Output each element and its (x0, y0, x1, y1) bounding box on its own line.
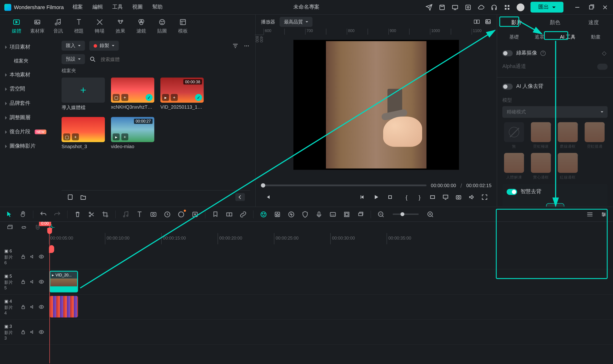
subtab-basic[interactable]: 基礎 (506, 32, 522, 41)
text-tool-icon[interactable] (136, 210, 144, 218)
save-icon[interactable] (439, 4, 446, 11)
import-dropdown[interactable]: 匯入 (62, 41, 85, 51)
prev-frame-icon[interactable] (264, 194, 271, 201)
image-icon[interactable] (485, 18, 492, 25)
sidebar-item-project[interactable]: 項目素材 (0, 40, 56, 54)
cloud-icon[interactable] (478, 4, 485, 11)
sidebar-item-compound[interactable]: 復合片段NEW (0, 125, 56, 139)
subtab-mask[interactable]: 遮罩 (531, 32, 548, 41)
tab-stock[interactable]: 素材庫 (27, 18, 48, 34)
cut-icon[interactable] (88, 210, 95, 218)
zoom-out-icon[interactable] (377, 210, 385, 218)
timeline-clip[interactable]: ▸VID_20... (49, 271, 78, 292)
sidebar-item-cloud[interactable]: 雲空間 (0, 82, 56, 96)
smart-cutout-toggle[interactable] (507, 189, 517, 195)
device-icon[interactable] (452, 4, 459, 11)
redo-icon[interactable] (53, 210, 61, 218)
send-icon[interactable] (426, 4, 432, 11)
export-button[interactable]: 匯出 (530, 2, 563, 13)
media-item[interactable]: 00:00:27▸+ video-miao (111, 117, 154, 149)
settings-icon[interactable] (600, 210, 608, 218)
zoom-in-icon[interactable] (426, 210, 434, 218)
ai-enhance-icon[interactable] (273, 210, 281, 218)
add-icon[interactable]: + (121, 94, 128, 101)
close-icon[interactable] (601, 4, 608, 11)
link-tool-icon[interactable] (239, 210, 247, 218)
start-cutout-button[interactable] (546, 203, 564, 207)
timeline-clip[interactable] (49, 296, 78, 318)
grid-icon[interactable] (504, 4, 510, 11)
tab-audio[interactable]: 音訊 (48, 18, 68, 34)
menu-file[interactable]: 檔案 (73, 3, 83, 11)
volume-icon[interactable] (468, 194, 475, 201)
ai-portrait-toggle[interactable] (502, 83, 513, 89)
media-search-input[interactable] (101, 56, 250, 62)
step-back-icon[interactable] (359, 194, 366, 201)
pointer-tool[interactable] (5, 210, 13, 218)
mute-icon[interactable] (29, 279, 35, 285)
menu-help[interactable]: 幫助 (152, 3, 163, 11)
ai-face-icon[interactable] (260, 210, 267, 218)
preset-dropdown[interactable]: 預設 (62, 54, 85, 64)
media-item[interactable]: ▢+✓ xcNKHQ3nxvhzTpWJ... (111, 78, 154, 111)
eye-icon[interactable] (39, 329, 44, 335)
stop-icon[interactable] (387, 194, 394, 201)
compare-icon[interactable] (473, 18, 480, 25)
mute-icon[interactable] (29, 329, 35, 335)
tab-stickers[interactable]: 貼圖 (152, 18, 173, 34)
play-icon[interactable] (373, 194, 380, 201)
more-icon[interactable] (243, 42, 250, 49)
mic-icon[interactable] (315, 210, 323, 218)
hand-tool[interactable] (19, 210, 27, 218)
import-media-tile[interactable]: + 導入媒體檔 (62, 78, 105, 111)
menu-tools[interactable]: 工具 (112, 3, 123, 11)
add-icon[interactable]: + (171, 94, 178, 101)
frame-icon[interactable] (343, 210, 351, 218)
display-icon[interactable] (442, 194, 449, 201)
marker-tool-icon[interactable] (212, 210, 219, 218)
keyframe-icon[interactable]: ◇ (601, 50, 608, 56)
ratio-icon[interactable] (429, 194, 436, 201)
lock-icon[interactable] (20, 304, 26, 310)
green-screen-toggle[interactable] (502, 50, 513, 56)
scrub-bar[interactable] (261, 184, 427, 186)
info-icon[interactable]: ? (540, 51, 546, 56)
tab-media[interactable]: 媒體 (6, 18, 27, 34)
mute-icon[interactable] (29, 304, 35, 310)
collapse-icon[interactable] (235, 193, 245, 201)
crop-icon[interactable] (102, 210, 109, 218)
brace-left-icon[interactable]: { (403, 194, 410, 201)
headphone-icon[interactable] (491, 4, 498, 11)
snapshot-icon[interactable] (455, 194, 462, 201)
zoom-knob[interactable] (400, 212, 404, 216)
quality-dropdown[interactable]: 最高品質 (280, 17, 312, 27)
eye-icon[interactable] (39, 279, 44, 285)
tab-templates[interactable]: 模板 (173, 18, 193, 34)
list-view-icon[interactable] (586, 210, 594, 218)
tab-speed[interactable]: 速度 (584, 17, 603, 28)
group-tool-icon[interactable] (225, 210, 233, 218)
tab-titles[interactable]: 標題 (68, 18, 89, 34)
media-item[interactable]: 00:00:38▸+✓ VID_20250113_1624... (160, 78, 204, 111)
undo-icon[interactable] (40, 210, 47, 218)
music-tool-icon[interactable] (122, 210, 130, 218)
delete-icon[interactable] (74, 210, 82, 218)
file-icon[interactable] (67, 193, 74, 200)
sidebar-item-local[interactable]: 本地素材 (0, 67, 56, 82)
tab-filters[interactable]: 濾鏡 (131, 18, 152, 34)
tab-video[interactable]: 影片 (507, 17, 526, 28)
speed-tool-icon[interactable] (163, 210, 171, 218)
subtitle-icon[interactable] (329, 210, 337, 218)
tab-effects[interactable]: 效果 (110, 18, 131, 34)
folder-icon[interactable] (80, 193, 87, 200)
timeline-ruler[interactable]: 00:00:05:00 00:00:10:00 00:00:15:00 00:0… (0, 233, 613, 244)
tab-transitions[interactable]: 轉場 (89, 18, 110, 34)
add-icon[interactable]: + (121, 133, 128, 140)
filter-icon[interactable] (232, 42, 239, 49)
sidebar-item-img2vid[interactable]: 圖像轉影片 (0, 139, 56, 153)
scrub-knob[interactable] (261, 183, 265, 188)
user-avatar[interactable] (517, 3, 525, 11)
mask-tool-icon[interactable] (149, 210, 157, 218)
menu-edit[interactable]: 編輯 (93, 3, 103, 11)
sidebar-item-adjust[interactable]: 調整圖層 (0, 111, 56, 125)
